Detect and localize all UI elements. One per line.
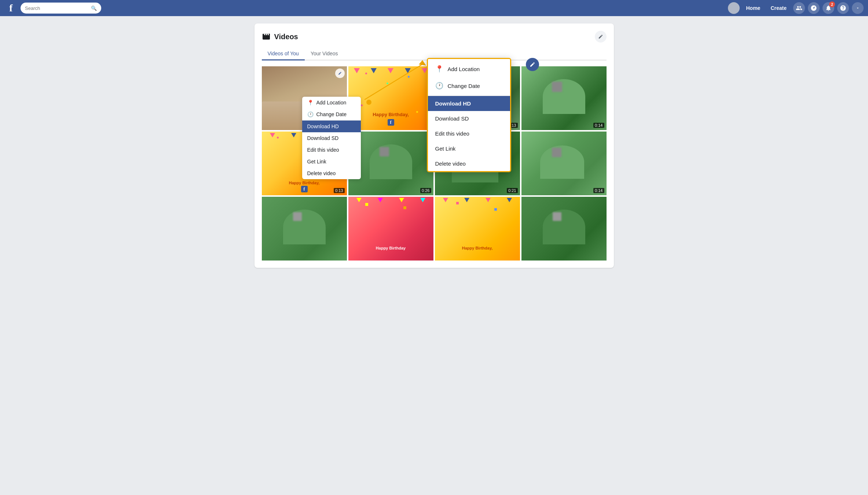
small-menu-change-date[interactable]: 🕐 Change Date [302, 108, 361, 120]
large-menu-download-hd[interactable]: Download HD [428, 96, 510, 111]
search-bar[interactable]: 🔍 [21, 3, 101, 14]
help-icon-button[interactable] [837, 2, 849, 14]
small-menu-download-hd[interactable]: Download HD [302, 121, 361, 132]
video-thumb-4[interactable]: 0:14 [521, 66, 607, 130]
videos-header: Videos [262, 31, 607, 43]
yellow-connector-dot [366, 100, 371, 105]
small-menu-delete-video[interactable]: Delete video [302, 167, 361, 179]
large-location-icon: 📍 [435, 65, 443, 73]
small-menu-add-location[interactable]: 📍 Add Location [302, 97, 361, 108]
thumb-fb-icon-2: f [388, 119, 394, 126]
app-header: f 🔍 Home Create 2 [0, 0, 868, 16]
large-menu-change-date[interactable]: 🕐 Change Date [428, 77, 510, 94]
small-menu-download-sd[interactable]: Download SD [302, 132, 361, 144]
videos-title-row: Videos [262, 32, 298, 41]
small-context-menu: 📍 Add Location 🕐 Change Date Download HD… [302, 97, 361, 179]
video-thumb-9[interactable] [262, 197, 347, 261]
thumb-text-5: Happy Birthday, [289, 181, 320, 185]
edit-page-button[interactable] [595, 31, 607, 43]
video-duration-5: 0:13 [334, 188, 344, 193]
search-icon: 🔍 [91, 5, 97, 11]
account-menu-button[interactable] [852, 2, 864, 14]
video-thumb-6[interactable]: 0:26 [348, 132, 433, 195]
fb-logo-text: f [9, 3, 12, 13]
small-menu-edit-video[interactable]: Edit this video [302, 144, 361, 156]
messenger-icon-button[interactable] [808, 2, 820, 14]
thumb-text-2: Happy Birthday, [373, 112, 409, 117]
videos-section: Videos Videos of You Your Videos [254, 23, 614, 268]
video-duration-7: 0:21 [507, 188, 517, 193]
video-thumb-12[interactable] [521, 197, 607, 261]
video-thumb-2[interactable]: Happy Birthday, f [348, 66, 433, 130]
video-duration-4: 0:14 [593, 123, 604, 128]
video-thumb-11[interactable]: Happy Birthday, [435, 197, 520, 261]
tab-your-videos[interactable]: Your Videos [305, 48, 344, 60]
page-title: Videos [274, 33, 298, 41]
large-edit-button[interactable] [526, 58, 539, 71]
avatar[interactable] [728, 2, 740, 14]
large-menu-edit-video[interactable]: Edit this video [428, 126, 510, 141]
search-input[interactable] [25, 5, 91, 11]
notification-count: 2 [829, 1, 835, 7]
large-menu-top-section: 📍 Add Location 🕐 Change Date [428, 59, 510, 96]
video-thumb-10[interactable]: Happy Birthday [348, 197, 433, 261]
large-clock-icon: 🕐 [435, 82, 443, 90]
thumb-text-11: Happy Birthday, [462, 246, 493, 250]
film-icon [262, 32, 271, 41]
large-menu-add-location[interactable]: 📍 Add Location [428, 60, 510, 77]
large-menu-delete-video[interactable]: Delete video [428, 156, 510, 171]
small-menu-get-link[interactable]: Get Link [302, 156, 361, 167]
video-edit-button-1[interactable] [335, 69, 345, 78]
tab-videos-of-you[interactable]: Videos of You [262, 48, 305, 60]
header-nav: Home Create 2 [728, 2, 864, 14]
thumb-fb-icon-5: f [301, 186, 308, 192]
large-context-menu: 📍 Add Location 🕐 Change Date Download HD… [427, 58, 511, 172]
nav-create[interactable]: Create [767, 3, 790, 13]
clock-icon: 🕐 [307, 111, 314, 117]
nav-home[interactable]: Home [743, 3, 764, 13]
svg-marker-1 [419, 60, 426, 66]
large-menu-get-link[interactable]: Get Link [428, 141, 510, 156]
thumb-text-10: Happy Birthday [376, 246, 406, 250]
friends-icon-button[interactable] [793, 2, 805, 14]
location-icon: 📍 [307, 100, 314, 106]
video-duration-6: 0:26 [420, 188, 431, 193]
large-menu-download-sd[interactable]: Download SD [428, 111, 510, 126]
video-thumb-8[interactable]: 0:14 [521, 132, 607, 195]
facebook-logo[interactable]: f [4, 1, 18, 15]
video-duration-8: 0:14 [593, 188, 604, 193]
notifications-icon-button[interactable]: 2 [823, 2, 834, 14]
